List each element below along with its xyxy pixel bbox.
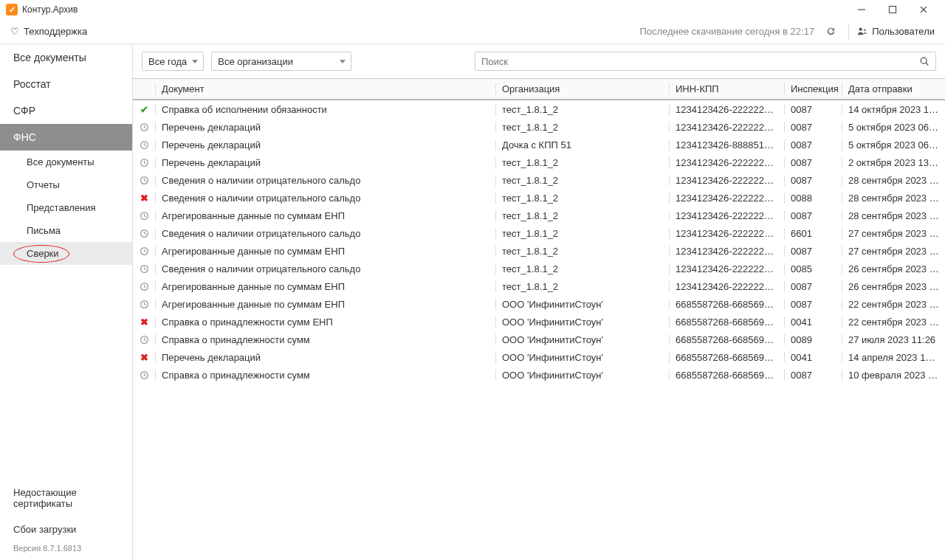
org-select[interactable]: Все организации — [211, 52, 351, 71]
cell-org: тест_1.8.1_2 — [495, 228, 669, 239]
search-input[interactable] — [481, 56, 919, 67]
load-failures-link[interactable]: Сбои загрузки — [0, 516, 132, 542]
cell-inn: 1234123426-222222222 — [669, 210, 784, 221]
cell-org: тест_1.8.1_2 — [495, 104, 669, 115]
svg-line-16 — [144, 162, 145, 163]
sidebar-item-2[interactable]: СФР — [0, 97, 132, 124]
cell-insp: 0087 — [784, 299, 842, 310]
sidebar-sub-item-4[interactable]: Сверки — [0, 242, 132, 265]
users-link[interactable]: Пользователи — [856, 26, 935, 37]
cell-insp: 0089 — [784, 334, 842, 345]
support-link[interactable]: ♡ Техподдержка — [10, 26, 87, 37]
cell-org: тест_1.8.1_2 — [495, 157, 669, 168]
content: Все года Все организации Документ Органи… — [133, 44, 945, 560]
svg-line-19 — [144, 180, 145, 181]
status-pending-icon — [140, 140, 149, 150]
cell-inn: 6685587268-668569328 — [669, 352, 784, 363]
sidebar-item-0[interactable]: Все документы — [0, 44, 132, 71]
cell-org: ООО 'ИнфинитиСтоун' — [495, 317, 669, 328]
table-row[interactable]: Агрегированные данные по суммам ЕНПтест_… — [133, 277, 945, 295]
col-document[interactable]: Документ — [155, 83, 495, 94]
cell-date: 27 июля 2023 11:26 — [842, 334, 945, 345]
users-label: Пользователи — [872, 26, 935, 37]
status-pending-icon — [140, 158, 149, 167]
cell-org: тест_1.8.1_2 — [495, 281, 669, 292]
cell-inn: 1234123426-222222222 — [669, 122, 784, 133]
minimize-button[interactable] — [846, 0, 877, 19]
search-box[interactable] — [475, 52, 936, 71]
cell-insp: 0087 — [784, 281, 842, 292]
cell-inn: 1234123426-222222222 — [669, 193, 784, 204]
close-button[interactable] — [908, 0, 939, 19]
titlebar: ✓ Контур.Архив — [0, 0, 945, 19]
sidebar-sub-item-1[interactable]: Отчеты — [0, 173, 132, 196]
table-row[interactable]: Справка о принадлежности суммООО 'Инфини… — [133, 366, 945, 384]
table-row[interactable]: Агрегированные данные по суммам ЕНПООО '… — [133, 295, 945, 313]
sidebar-item-1[interactable]: Росстат — [0, 71, 132, 97]
cell-date: 10 февраля 2023 07:59 — [842, 370, 945, 381]
sidebar-sub-item-2[interactable]: Представления — [0, 196, 132, 219]
filters: Все года Все организации — [133, 44, 945, 78]
cell-doc: Перечень деклараций — [155, 139, 495, 151]
cell-date: 27 сентября 2023 12:22 — [842, 228, 945, 239]
table-body: ✔Справка об исполнении обязанноститест_1… — [133, 100, 945, 560]
cell-inn: 1234123426-222222222 — [669, 246, 784, 257]
sidebar-sub-item-0[interactable]: Все документы — [0, 151, 132, 173]
cell-org: ООО 'ИнфинитиСтоун' — [495, 334, 669, 345]
table-row[interactable]: Сведения о наличии отрицательного сальдо… — [133, 260, 945, 277]
cell-org: тест_1.8.1_2 — [495, 263, 669, 274]
year-select[interactable]: Все года — [142, 52, 204, 71]
cell-doc: Справка о принадлежности сумм ЕНП — [155, 317, 495, 328]
table-row[interactable]: ✖Сведения о наличии отрицательного сальд… — [133, 189, 945, 207]
table-row[interactable]: ✖Справка о принадлежности сумм ЕНПООО 'И… — [133, 313, 945, 331]
sidebar-item-3[interactable]: ФНС — [0, 124, 132, 151]
table-row[interactable]: Агрегированные данные по суммам ЕНПтест_… — [133, 242, 945, 260]
table-row[interactable]: Сведения о наличии отрицательного сальдо… — [133, 224, 945, 242]
cell-inn: 6685587268-668569328 — [669, 370, 784, 381]
org-select-value: Все организации — [218, 56, 293, 67]
table-row[interactable]: Сведения о наличии отрицательного сальдо… — [133, 171, 945, 189]
col-send-date[interactable]: Дата отправки — [842, 83, 945, 94]
cell-date: 14 октября 2023 15:39 — [842, 104, 945, 115]
sidebar: Все документыРосстатСФРФНС Все документы… — [0, 44, 133, 560]
status-pending-icon — [140, 211, 149, 221]
table-row[interactable]: ✖Перечень декларацийООО 'ИнфинитиСтоун'6… — [133, 348, 945, 366]
status-error-icon: ✖ — [140, 317, 148, 328]
svg-line-13 — [144, 145, 145, 145]
table-row[interactable]: Перечень декларацийтест_1.8.1_2123412342… — [133, 153, 945, 171]
table-row[interactable]: ✔Справка об исполнении обязанноститест_1… — [133, 100, 945, 118]
cell-insp: 0041 — [784, 352, 842, 363]
svg-line-28 — [144, 251, 145, 252]
cell-org: тест_1.8.1_2 — [495, 122, 669, 133]
table-row[interactable]: Агрегированные данные по суммам ЕНПтест_… — [133, 207, 945, 224]
missing-certs-link[interactable]: Недостающие сертификаты — [0, 480, 132, 516]
table-row[interactable]: Перечень декларацийтест_1.8.1_2123412342… — [133, 118, 945, 136]
divider — [848, 24, 849, 40]
col-inn-kpp[interactable]: ИНН-КПП — [669, 83, 784, 94]
heart-icon: ♡ — [10, 26, 19, 37]
refresh-button[interactable] — [820, 21, 841, 42]
cell-date: 5 октября 2023 06:49 — [842, 122, 945, 133]
table-row[interactable]: Перечень декларацийДочка с КПП 511234123… — [133, 136, 945, 153]
maximize-button[interactable] — [877, 0, 908, 19]
status-check-icon: ✔ — [140, 104, 148, 115]
cell-doc: Перечень деклараций — [155, 352, 495, 363]
cell-inn: 1234123426-222222222 — [669, 228, 784, 239]
cell-date: 22 сентября 2023 09:08 — [842, 317, 945, 328]
sidebar-sub-item-3[interactable]: Письма — [0, 219, 132, 242]
cell-org: ООО 'ИнфинитиСтоун' — [495, 370, 669, 381]
cell-insp: 0087 — [784, 175, 842, 186]
svg-line-22 — [144, 215, 145, 216]
cell-insp: 0087 — [784, 139, 842, 151]
cell-inn: 6685587268-668569328 — [669, 317, 784, 328]
status-pending-icon — [140, 264, 149, 274]
col-inspection[interactable]: Инспекция — [784, 83, 842, 94]
version-text: Версия 8.7.1.6813 — [0, 542, 132, 560]
table-row[interactable]: Справка о принадлежности суммООО 'Инфини… — [133, 331, 945, 348]
cell-inn: 1234123426-222222222 — [669, 104, 784, 115]
status-pending-icon — [140, 300, 149, 309]
search-icon[interactable] — [919, 56, 929, 66]
cell-doc: Агрегированные данные по суммам ЕНП — [155, 210, 495, 221]
year-select-value: Все года — [148, 56, 187, 67]
col-organization[interactable]: Организация — [495, 83, 669, 94]
